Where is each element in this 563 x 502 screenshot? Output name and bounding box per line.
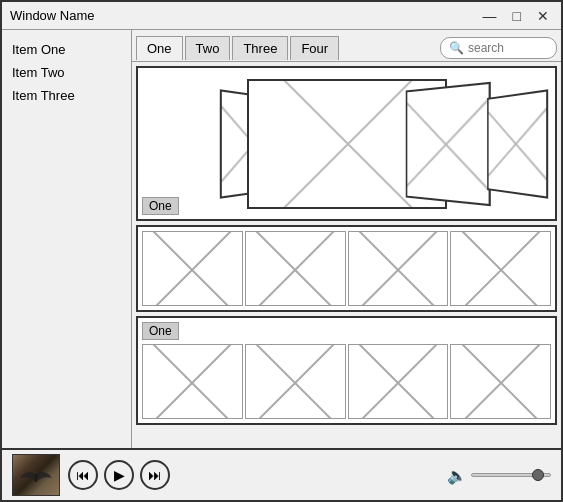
sidebar-item-two[interactable]: Item Two bbox=[10, 61, 123, 84]
tab-two[interactable]: Two bbox=[185, 36, 231, 60]
grid-row bbox=[140, 229, 553, 308]
grid-section-two: One bbox=[136, 316, 557, 425]
content-area: One Two Three Four 🔍 bbox=[132, 30, 561, 448]
volume-area: 🔈 bbox=[447, 466, 551, 485]
volume-thumb[interactable] bbox=[532, 469, 544, 481]
sidebar: Item One Item Two Item Three bbox=[2, 30, 132, 448]
fastforward-button[interactable]: ⏭ bbox=[140, 460, 170, 490]
bottom-bar: ⏮ ▶ ⏭ 🔈 bbox=[2, 448, 561, 500]
tab-bar: One Two Three Four 🔍 bbox=[132, 30, 561, 62]
search-icon: 🔍 bbox=[449, 41, 464, 55]
minimize-button[interactable]: — bbox=[479, 8, 501, 24]
tab-four[interactable]: Four bbox=[290, 36, 339, 60]
section-one-label: One bbox=[142, 197, 179, 215]
grid-cell[interactable] bbox=[245, 344, 346, 419]
scroll-content[interactable]: One One bbox=[132, 62, 561, 448]
volume-icon: 🔈 bbox=[447, 466, 467, 485]
grid-cell[interactable] bbox=[348, 344, 449, 419]
title-bar: Window Name — □ ✕ bbox=[2, 2, 561, 30]
thumbnail-image bbox=[13, 455, 59, 495]
maximize-button[interactable]: □ bbox=[509, 8, 525, 24]
carousel-inner bbox=[138, 68, 555, 219]
play-button[interactable]: ▶ bbox=[104, 460, 134, 490]
main-window: Window Name — □ ✕ Item One Item Two Item… bbox=[0, 0, 563, 502]
grid-section-one bbox=[136, 225, 557, 312]
cell-placeholder bbox=[451, 232, 550, 305]
grid-cell[interactable] bbox=[245, 231, 346, 306]
search-input[interactable] bbox=[468, 41, 548, 55]
cell-placeholder bbox=[349, 345, 448, 418]
cell-placeholder bbox=[451, 345, 550, 418]
cell-placeholder bbox=[349, 232, 448, 305]
cell-placeholder bbox=[246, 232, 345, 305]
carousel-section: One bbox=[136, 66, 557, 221]
carousel-card-right-far[interactable] bbox=[487, 89, 548, 199]
window-title: Window Name bbox=[10, 8, 95, 23]
search-box: 🔍 bbox=[440, 37, 557, 59]
sidebar-item-one[interactable]: Item One bbox=[10, 38, 123, 61]
cell-placeholder bbox=[143, 232, 242, 305]
carousel-card-right-near[interactable] bbox=[406, 81, 491, 206]
bird-icon bbox=[18, 464, 54, 486]
media-thumbnail bbox=[12, 454, 60, 496]
grid-cell[interactable] bbox=[450, 231, 551, 306]
rewind-button[interactable]: ⏮ bbox=[68, 460, 98, 490]
tab-one[interactable]: One bbox=[136, 36, 183, 60]
grid-cell[interactable] bbox=[142, 344, 243, 419]
tab-three[interactable]: Three bbox=[232, 36, 288, 60]
main-layout: Item One Item Two Item Three One Two Thr… bbox=[2, 30, 561, 448]
section-two-label: One bbox=[142, 322, 179, 340]
grid-cell[interactable] bbox=[142, 231, 243, 306]
cell-placeholder bbox=[143, 345, 242, 418]
media-controls: ⏮ ▶ ⏭ bbox=[68, 460, 170, 490]
window-controls: — □ ✕ bbox=[479, 8, 553, 24]
volume-slider[interactable] bbox=[471, 473, 551, 477]
grid-row bbox=[140, 342, 553, 421]
card-placeholder bbox=[489, 91, 547, 196]
grid-cell[interactable] bbox=[348, 231, 449, 306]
cell-placeholder bbox=[246, 345, 345, 418]
sidebar-item-three[interactable]: Item Three bbox=[10, 84, 123, 107]
grid-cell[interactable] bbox=[450, 344, 551, 419]
close-button[interactable]: ✕ bbox=[533, 8, 553, 24]
card-placeholder bbox=[407, 84, 488, 204]
